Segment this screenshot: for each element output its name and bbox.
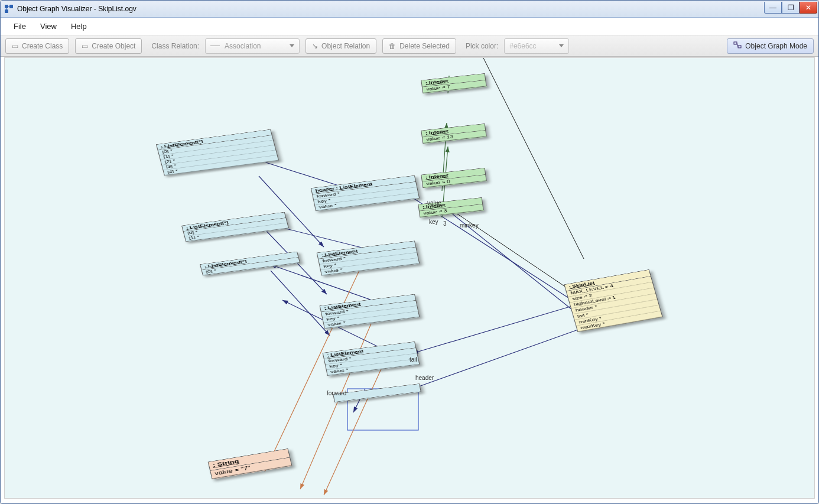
object-integer-7[interactable]: : Integer value = 7	[421, 73, 486, 93]
menu-file[interactable]: File	[14, 22, 26, 31]
edge-label-key: key	[429, 219, 438, 225]
svg-rect-1	[9, 5, 13, 8]
toolbar: ▭ Create Class ▭ Create Object Class Rel…	[1, 35, 818, 57]
class-relation-combo[interactable]: Association	[205, 38, 300, 54]
app-window: Object Graph Visualizer - SkipList.ogv —…	[0, 0, 819, 504]
object-relation-label: Object Relation	[321, 42, 370, 50]
object-header-listelement[interactable]: header : ListElement forward * key * val…	[311, 175, 420, 211]
object-graph-mode-button[interactable]: Object Graph Mode	[727, 38, 814, 54]
edge-label-value: value	[427, 200, 441, 206]
app-icon	[4, 4, 14, 14]
edge-label-forward: forward	[327, 390, 346, 396]
svg-rect-0	[5, 5, 8, 8]
graph-edges	[5, 58, 814, 498]
edge-label-header: header	[415, 375, 434, 381]
menubar: File View Help	[1, 18, 818, 35]
object-relation-button[interactable]: ↘ Object Relation	[306, 38, 376, 54]
pick-color-value: #e6e6cc	[509, 42, 536, 50]
window-title: Object Graph Visualizer - SkipList.ogv	[17, 5, 136, 13]
trash-icon: 🗑	[389, 42, 396, 50]
relation-icon: ↘	[312, 42, 318, 50]
object-icon: ▭	[82, 42, 88, 50]
titlebar: Object Graph Visualizer - SkipList.ogv —…	[1, 1, 818, 18]
svg-line-7	[737, 43, 738, 47]
pick-color-label: Pick color:	[466, 42, 498, 50]
delete-selected-label: Delete Selected	[399, 42, 450, 50]
object-listelement-b[interactable]: : ListElement forward * key * value *	[320, 294, 420, 329]
minimize-button[interactable]: —	[764, 2, 782, 14]
edge-label-minkey: minkey	[460, 222, 479, 229]
svg-rect-5	[734, 42, 737, 44]
object-skiplist[interactable]: : SkipList MAX_LEVEL = 4 size = 2 highes…	[564, 269, 662, 332]
graph-canvas[interactable]: : ListElement[*] [0] * [1] * [2] * [3] *…	[4, 57, 815, 499]
object-listelementarr-1[interactable]: : ListElement[*] [0] *	[200, 252, 300, 276]
create-class-button[interactable]: ▭ Create Class	[5, 38, 69, 54]
close-button[interactable]: ✕	[800, 2, 817, 14]
svg-line-9	[412, 306, 572, 353]
menu-view[interactable]: View	[40, 22, 57, 31]
create-object-label: Create Object	[92, 42, 135, 50]
svg-line-11	[442, 206, 575, 312]
maximize-button[interactable]: ❐	[782, 2, 800, 14]
edge-label-three: 3	[443, 220, 447, 227]
object-listelementarr-2[interactable]: : ListElement[*] [0] * [1] *	[181, 212, 289, 242]
svg-rect-6	[738, 45, 741, 48]
delete-selected-button[interactable]: 🗑 Delete Selected	[382, 38, 456, 54]
class-relation-value: Association	[225, 42, 261, 50]
edge-label-tail: tail	[410, 356, 417, 363]
svg-line-10	[412, 330, 578, 389]
pick-color-picker[interactable]: #e6e6cc	[504, 38, 569, 54]
class-icon: ▭	[12, 42, 18, 50]
create-class-label: Create Class	[22, 42, 63, 50]
svg-line-23	[324, 365, 383, 495]
class-relation-label: Class Relation:	[151, 42, 199, 50]
chevron-down-icon	[559, 44, 564, 47]
svg-line-18	[271, 271, 330, 336]
object-listelement-c[interactable]: : ListElement forward * key * value *	[323, 342, 420, 376]
svg-rect-2	[5, 9, 8, 13]
svg-line-28	[483, 58, 584, 259]
svg-line-16	[259, 176, 324, 247]
object-string[interactable]: : String value = "7"	[208, 448, 292, 479]
create-object-button[interactable]: ▭ Create Object	[75, 38, 142, 54]
object-integer-13[interactable]: : Integer value = 13	[421, 123, 486, 144]
object-listelement-a[interactable]: : ListElement forward * key * value *	[317, 240, 420, 275]
object-integer-0[interactable]: : Integer value = 0	[421, 168, 486, 188]
object-listelementarr-4[interactable]: : ListElement[*] [0] * [1] * [2] * [3] *…	[156, 129, 279, 175]
mode-label: Object Graph Mode	[745, 42, 807, 50]
graph-icon	[733, 41, 742, 51]
window-buttons: — ❐ ✕	[764, 4, 818, 14]
chevron-down-icon	[290, 44, 294, 47]
menu-help[interactable]: Help	[71, 22, 87, 31]
